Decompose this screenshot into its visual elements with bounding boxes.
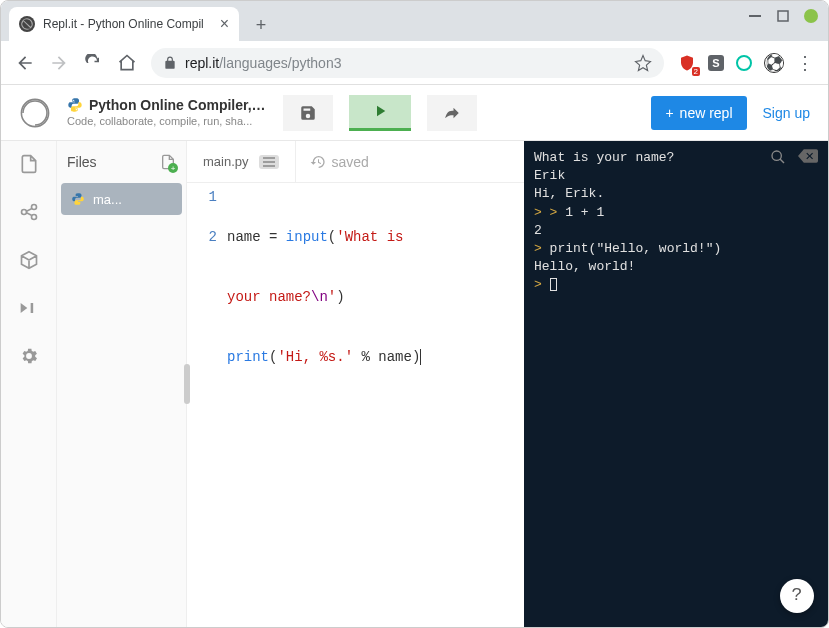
ext-s-icon[interactable]: S: [708, 55, 724, 71]
files-icon[interactable]: [18, 153, 40, 175]
save-button[interactable]: [283, 95, 333, 131]
console-panel[interactable]: What is your name?ErikHi, Erik.> > 1 + 1…: [524, 141, 828, 627]
svg-point-3: [21, 210, 26, 215]
saved-status: saved: [296, 154, 383, 170]
left-nav: [1, 141, 57, 627]
reload-icon[interactable]: [83, 53, 103, 73]
ext-badge: 2: [692, 67, 700, 76]
browser-tab[interactable]: Repl.it - Python Online Compil ×: [9, 7, 239, 41]
share-button[interactable]: [427, 95, 477, 131]
console-clear-icon[interactable]: [798, 149, 818, 165]
python-file-icon: [71, 192, 85, 206]
add-file-icon[interactable]: +: [160, 153, 176, 171]
signup-link[interactable]: Sign up: [763, 105, 810, 121]
tab-bar: Repl.it - Python Online Compil × +: [1, 1, 828, 41]
console-tools: [770, 149, 818, 165]
replit-favicon: [19, 16, 35, 32]
tab-close-icon[interactable]: ×: [220, 15, 229, 33]
svg-rect-0: [749, 15, 761, 17]
url-text: repl.it/languages/python3: [185, 55, 341, 71]
repl-title-area: Python Online Compiler, IDE,... Code, co…: [67, 96, 267, 128]
tab-list-icon[interactable]: [259, 155, 279, 169]
files-panel: Files + ma...: [57, 141, 187, 627]
svg-point-5: [31, 215, 36, 220]
page-title: Python Online Compiler, IDE,...: [89, 96, 267, 114]
svg-point-6: [772, 151, 781, 160]
file-name: ma...: [93, 192, 122, 207]
console-cursor: [550, 278, 557, 291]
settings-icon[interactable]: [18, 345, 40, 367]
browser-chrome: Repl.it - Python Online Compil × + repl.…: [1, 1, 828, 85]
editor-panel: main.py saved 12 name = input('What is y…: [187, 141, 524, 627]
saved-label: saved: [332, 154, 369, 170]
debugger-icon[interactable]: [18, 297, 40, 319]
files-header: Files +: [57, 141, 186, 183]
svg-point-2: [21, 99, 48, 126]
browser-menu-icon[interactable]: ⋮: [796, 54, 814, 72]
editor-body[interactable]: 12 name = input('What is your name?\n') …: [187, 183, 524, 627]
replit-header: Python Online Compiler, IDE,... Code, co…: [1, 85, 828, 141]
back-icon[interactable]: [15, 53, 35, 73]
new-repl-button[interactable]: + new repl: [651, 96, 746, 130]
history-icon: [310, 154, 326, 170]
editor-tab-main[interactable]: main.py: [187, 141, 296, 182]
url-box[interactable]: repl.it/languages/python3: [151, 48, 664, 78]
new-repl-label: new repl: [680, 105, 733, 121]
run-button[interactable]: [349, 95, 411, 131]
editor-tab-label: main.py: [203, 154, 249, 169]
editor-tabs: main.py saved: [187, 141, 524, 183]
console-search-icon[interactable]: [770, 149, 786, 165]
file-item-main[interactable]: ma...: [61, 183, 182, 215]
page-subtitle: Code, collaborate, compile, run, sha...: [67, 114, 267, 128]
grammarly-icon[interactable]: [736, 55, 752, 71]
resize-handle[interactable]: [184, 364, 190, 404]
ublock-icon[interactable]: 2: [678, 54, 696, 72]
svg-point-4: [31, 205, 36, 210]
console-output: What is your name?ErikHi, Erik.> > 1 + 1…: [534, 149, 818, 276]
forward-icon[interactable]: [49, 53, 69, 73]
address-bar: repl.it/languages/python3 2 S ⋮: [1, 41, 828, 85]
minimize-icon[interactable]: [748, 9, 762, 23]
home-icon[interactable]: [117, 53, 137, 73]
share-link-icon[interactable]: [18, 201, 40, 223]
extension-icons: 2 S ⋮: [678, 53, 814, 73]
tab-title: Repl.it - Python Online Compil: [43, 17, 212, 31]
main-area: Files + ma... main.py saved: [1, 141, 828, 627]
lock-icon: [163, 56, 177, 70]
files-label: Files: [67, 154, 97, 170]
python-logo-icon: [67, 97, 83, 113]
new-tab-button[interactable]: +: [247, 11, 275, 39]
bookmark-star-icon[interactable]: [634, 54, 652, 72]
profile-avatar-icon[interactable]: [764, 53, 784, 73]
line-gutter: 12: [187, 187, 227, 627]
svg-rect-1: [778, 11, 788, 21]
maximize-icon[interactable]: [776, 9, 790, 23]
help-button[interactable]: ?: [780, 579, 814, 613]
packages-icon[interactable]: [18, 249, 40, 271]
replit-logo-icon[interactable]: [19, 97, 51, 129]
plus-icon: +: [665, 105, 673, 121]
window-controls: [748, 9, 818, 23]
code-area[interactable]: name = input('What is your name?\n') pri…: [227, 187, 524, 627]
window-close-icon[interactable]: [804, 9, 818, 23]
